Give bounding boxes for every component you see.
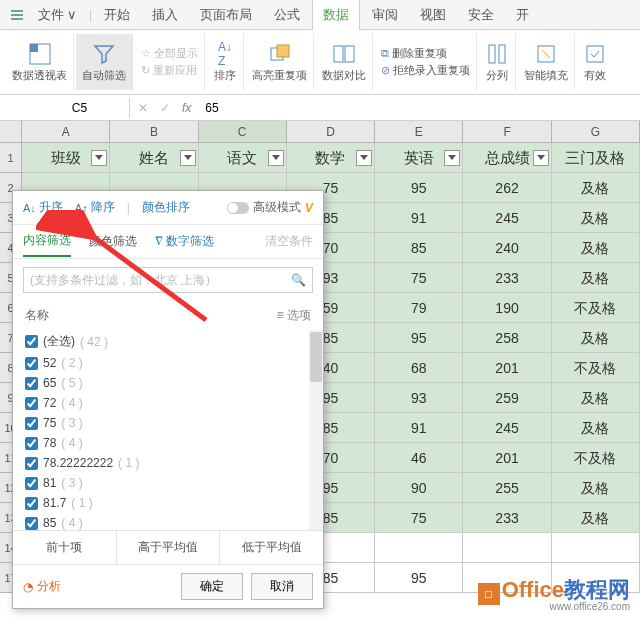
header-name[interactable]: 姓名 [110,143,198,173]
header-chinese[interactable]: 语文 [199,143,287,173]
cell[interactable]: 259 [463,383,551,413]
fx-accept-icon[interactable]: ✓ [156,101,174,115]
tab-data[interactable]: 数据 [312,0,360,30]
header-total[interactable]: 总成绩 [463,143,551,173]
tab-view[interactable]: 视图 [410,0,456,30]
filter-search[interactable]: (支持多条件过滤，如：北京 上海） 🔍 [23,267,313,293]
filter-item[interactable]: (全选) ( 42 ) [23,330,313,353]
analyze-link[interactable]: ◔分析 [23,578,61,595]
checkbox[interactable] [25,397,38,410]
cell[interactable] [375,533,463,563]
select-all-corner[interactable] [0,121,22,142]
header-class[interactable]: 班级 [22,143,110,173]
formula-value[interactable]: 65 [199,101,224,115]
ribbon-compare[interactable]: 数据对比 [316,34,373,90]
cell[interactable]: 及格 [552,263,640,293]
cell[interactable]: 不及格 [552,443,640,473]
cell[interactable]: 及格 [552,503,640,533]
filter-item[interactable]: 81.7 ( 1 ) [23,493,313,513]
filter-dropdown-icon[interactable] [180,150,196,166]
cell[interactable]: 95 [375,173,463,203]
cell[interactable]: 93 [375,383,463,413]
ok-button[interactable]: 确定 [181,573,243,600]
tab-insert[interactable]: 插入 [142,0,188,30]
colhead-f[interactable]: F [463,121,551,142]
tab-more[interactable]: 开 [506,0,539,30]
filter-dropdown-icon[interactable] [444,150,460,166]
colhead-d[interactable]: D [287,121,375,142]
header-pass[interactable]: 三门及格 [552,143,640,173]
tab-number-filter[interactable]: ∇ 数字筛选 [155,227,214,256]
filter-dropdown-icon[interactable] [268,150,284,166]
cell[interactable]: 79 [375,293,463,323]
cell[interactable]: 91 [375,413,463,443]
filter-item[interactable]: 81 ( 3 ) [23,473,313,493]
name-box[interactable]: C5 [30,98,130,118]
scrollbar[interactable] [309,330,323,530]
checkbox[interactable] [25,497,38,510]
cell[interactable]: 不及格 [552,293,640,323]
del-dup[interactable]: ⧉删除重复项 [381,46,470,61]
colhead-g[interactable]: G [552,121,640,142]
cell[interactable]: 201 [463,353,551,383]
checkbox[interactable] [25,417,38,430]
cell[interactable]: 46 [375,443,463,473]
cancel-button[interactable]: 取消 [251,573,313,600]
checkbox[interactable] [25,437,38,450]
colhead-b[interactable]: B [110,121,198,142]
tab-review[interactable]: 审阅 [362,0,408,30]
fx-cancel-icon[interactable]: ✕ [130,101,156,115]
cell[interactable] [463,533,551,563]
cell[interactable]: 及格 [552,383,640,413]
cell[interactable]: 及格 [552,233,640,263]
checkbox[interactable] [25,335,38,348]
ribbon-pivot[interactable]: 数据透视表 [6,34,74,90]
sort-asc[interactable]: A↓升序 [23,199,63,216]
app-menu-icon[interactable] [8,6,26,24]
cell[interactable]: 不及格 [552,353,640,383]
cell[interactable]: 68 [375,353,463,383]
filter-item[interactable]: 78.22222222 ( 1 ) [23,453,313,473]
checkbox[interactable] [25,357,38,370]
filter-item[interactable]: 85 ( 4 ) [23,513,313,530]
cell[interactable]: 258 [463,323,551,353]
tab-formula[interactable]: 公式 [264,0,310,30]
advanced-mode-toggle[interactable]: 高级模式 V [227,199,313,216]
cell[interactable]: 75 [375,503,463,533]
ribbon-sort[interactable]: A↓Z 排序 [207,34,244,90]
fx-icon[interactable]: fx [174,101,199,115]
cell[interactable]: 95 [375,323,463,353]
cell[interactable]: 及格 [552,323,640,353]
filter-dropdown-icon[interactable] [91,150,107,166]
cell[interactable]: 201 [463,443,551,473]
scroll-thumb[interactable] [310,332,322,382]
ribbon-split[interactable]: 分列 [479,34,516,90]
above-avg[interactable]: 高于平均值 [117,531,221,564]
ribbon-dedup[interactable]: 高亮重复项 [246,34,314,90]
cell[interactable]: 245 [463,413,551,443]
tab-home[interactable]: 开始 [94,0,140,30]
cell[interactable]: 255 [463,473,551,503]
checkbox[interactable] [25,457,38,470]
ribbon-validate[interactable]: 有效 [577,34,613,90]
clear-filter[interactable]: 清空条件 [265,233,313,250]
top-ten[interactable]: 前十项 [13,531,117,564]
tab-layout[interactable]: 页面布局 [190,0,262,30]
cell[interactable]: 190 [463,293,551,323]
cell[interactable]: 245 [463,203,551,233]
tab-content-filter[interactable]: 内容筛选 [23,226,71,257]
ribbon-autofilter[interactable]: 自动筛选 [76,34,133,90]
cell[interactable]: 及格 [552,173,640,203]
colhead-c[interactable]: C [199,121,287,142]
filter-dropdown-icon[interactable] [533,150,549,166]
filter-dropdown-icon[interactable] [356,150,372,166]
header-english[interactable]: 英语 [375,143,463,173]
color-sort[interactable]: 颜色排序 [142,199,190,216]
cell[interactable] [552,533,640,563]
cell[interactable]: 90 [375,473,463,503]
cell[interactable]: 91 [375,203,463,233]
cell[interactable]: 240 [463,233,551,263]
filter-item[interactable]: 75 ( 3 ) [23,413,313,433]
cell[interactable]: 233 [463,263,551,293]
checkbox[interactable] [25,477,38,490]
